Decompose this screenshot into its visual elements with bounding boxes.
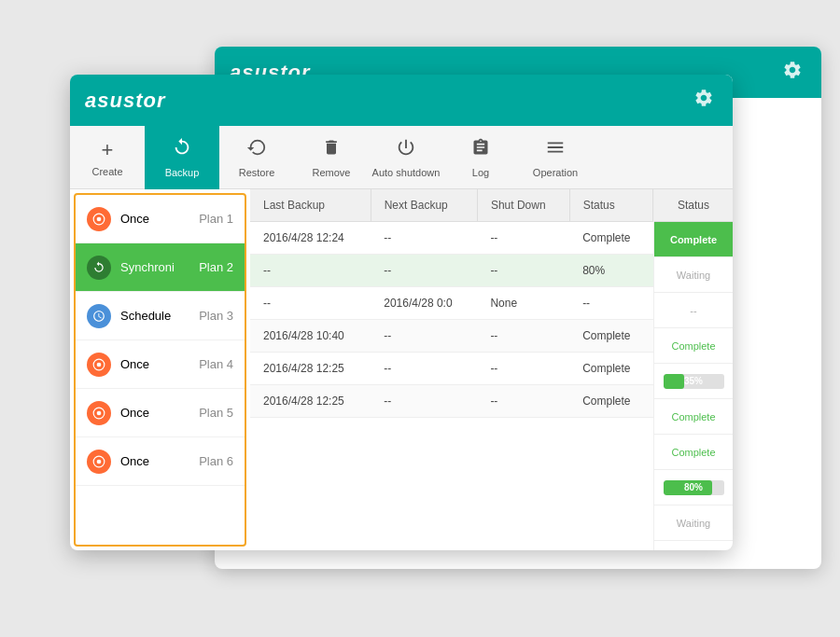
once-icon-plan1 (87, 207, 111, 231)
backup-button[interactable]: Backup (145, 126, 219, 189)
status-cell-6: Complete (654, 435, 733, 470)
sidebar-item-plan3[interactable]: Schedule Plan 3 (76, 292, 245, 340)
log-label: Log (472, 167, 489, 178)
sidebar-type-plan1: Once (120, 212, 199, 226)
cell-next-backup: 2016/4/28 0:0 (371, 287, 477, 320)
svg-point-5 (97, 410, 102, 415)
restore-label: Restore (239, 167, 275, 178)
create-button[interactable]: + Create (70, 126, 145, 189)
cell-last-backup: 2016/4/28 12:25 (250, 385, 371, 418)
autoshutdown-button[interactable]: Auto shutdown (369, 126, 443, 189)
bg-gear-button[interactable] (778, 59, 806, 87)
status-cell-1: Waiting (654, 257, 733, 293)
restore-icon (246, 137, 267, 163)
sidebar-plan-plan1: Plan 1 (199, 212, 233, 226)
operation-label: Operation (533, 167, 578, 178)
remove-label: Remove (313, 167, 351, 178)
sidebar-item-plan2[interactable]: Synchroni Plan 2 (76, 243, 245, 292)
cell-shut-down: -- (477, 353, 569, 385)
progress-label: 80% (664, 480, 724, 495)
cell-next-backup: -- (371, 320, 477, 353)
table-row[interactable]: 2016/4/28 12:25 -- -- Complete (250, 385, 653, 418)
create-icon: + (102, 138, 114, 162)
status-cell-5: Complete (654, 399, 733, 435)
cell-next-backup: -- (371, 353, 477, 385)
sidebar-type-plan2: Synchroni (120, 260, 199, 274)
cell-shut-down: -- (477, 222, 569, 255)
sidebar-type-plan3: Schedule (120, 309, 199, 323)
once-icon-plan6 (87, 450, 111, 474)
status-cell-3: Complete (654, 328, 733, 364)
cell-status: Complete (569, 222, 652, 255)
cell-shut-down: -- (477, 255, 569, 287)
table-body: 2016/4/28 12:24 -- -- Complete -- -- -- … (250, 222, 653, 418)
col-shut-down: Shut Down (477, 189, 569, 222)
table-row[interactable]: -- 2016/4/28 0:0 None -- (250, 287, 653, 320)
schedule-icon-plan3 (87, 304, 111, 328)
table-row[interactable]: 2016/4/28 12:24 -- -- Complete (250, 222, 653, 255)
autoshutdown-icon (396, 137, 416, 163)
sidebar-plan-plan2: Plan 2 (199, 260, 233, 274)
cell-status: -- (569, 287, 652, 320)
cell-status: Complete (569, 353, 652, 385)
sidebar-plan-plan6: Plan 6 (199, 454, 233, 468)
table-row[interactable]: 2016/4/28 12:25 -- -- Complete (250, 353, 653, 385)
table-row[interactable]: -- -- -- 80% (250, 255, 653, 287)
toolbar: + Create Backup Restore Remove Auto sh (70, 126, 733, 189)
remove-button[interactable]: Remove (294, 126, 369, 189)
progress-bar: 35% (664, 374, 724, 389)
svg-point-3 (97, 362, 102, 367)
data-table: Last Backup Next Backup Shut Down Status… (250, 189, 653, 418)
cell-shut-down: None (477, 287, 569, 320)
sidebar-item-plan5[interactable]: Once Plan 5 (76, 389, 245, 437)
sidebar-plan-plan4: Plan 4 (199, 357, 233, 371)
progress-bar: 80% (664, 480, 724, 495)
progress-label: 35% (664, 374, 724, 389)
fg-gear-button[interactable] (690, 87, 718, 115)
cell-next-backup: -- (371, 255, 477, 287)
table-header-row: Last Backup Next Backup Shut Down Status (250, 189, 653, 222)
operation-button[interactable]: Operation (518, 126, 593, 189)
cell-last-backup: -- (250, 255, 371, 287)
fg-logo: asustor (85, 89, 165, 113)
col-last-backup: Last Backup (250, 189, 371, 222)
sidebar: Once Plan 1 Synchroni Plan 2 Schedule Pl… (74, 193, 246, 547)
cell-last-backup: 2016/4/28 12:24 (250, 222, 371, 255)
cell-next-backup: -- (371, 222, 477, 255)
status-cell-8: Waiting (654, 505, 733, 541)
sidebar-type-plan4: Once (120, 357, 199, 371)
operation-icon (545, 137, 566, 163)
sidebar-item-plan1[interactable]: Once Plan 1 (76, 195, 245, 243)
status-cell-4: 35% (654, 364, 733, 399)
log-button[interactable]: Log (443, 126, 518, 189)
svg-point-1 (97, 216, 102, 221)
status-cell-0: Complete (654, 222, 733, 257)
gear-icon (782, 60, 803, 80)
backup-icon (172, 137, 192, 163)
once-icon-plan4 (87, 353, 111, 377)
log-icon (471, 137, 490, 163)
cell-last-backup: 2016/4/28 12:25 (250, 353, 371, 385)
create-label: Create (91, 166, 122, 177)
cell-last-backup: -- (250, 287, 371, 320)
cell-status: 80% (569, 255, 652, 287)
restore-button[interactable]: Restore (219, 126, 294, 189)
once-icon-plan5 (87, 401, 111, 425)
col-status: Status (569, 189, 652, 222)
col-next-backup: Next Backup (371, 189, 477, 222)
status-panel-header: Status (654, 189, 733, 222)
foreground-window: asustor + Create Backup Restore (70, 75, 733, 550)
backup-label: Backup (165, 167, 200, 178)
sidebar-item-plan6[interactable]: Once Plan 6 (76, 437, 245, 486)
status-cells: CompleteWaiting--Complete 35% CompleteCo… (654, 222, 733, 541)
svg-point-7 (97, 459, 102, 464)
cell-status: Complete (569, 385, 652, 418)
sidebar-type-plan5: Once (120, 406, 199, 420)
fg-window-header: asustor (70, 75, 733, 126)
sidebar-item-plan4[interactable]: Once Plan 4 (76, 340, 245, 389)
remove-icon (322, 137, 341, 163)
status-panel: Status CompleteWaiting--Complete 35% Com… (653, 189, 733, 550)
sidebar-plan-plan5: Plan 5 (199, 406, 233, 420)
table-row[interactable]: 2016/4/28 10:40 -- -- Complete (250, 320, 653, 353)
content-area: Once Plan 1 Synchroni Plan 2 Schedule Pl… (70, 189, 733, 550)
